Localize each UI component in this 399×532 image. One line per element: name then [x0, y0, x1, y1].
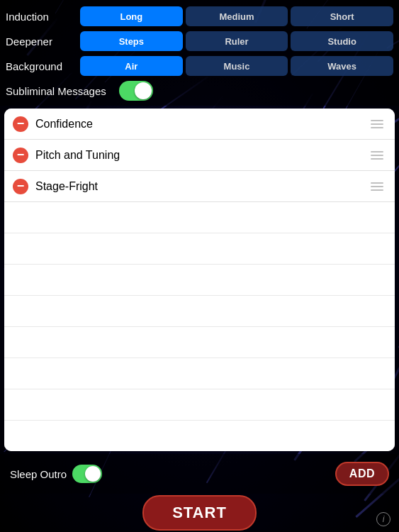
sleep-outro-label: Sleep Outro	[10, 468, 67, 480]
sleep-outro-toggle[interactable]	[72, 465, 102, 483]
background-row: Background Air Music Waves	[6, 55, 393, 77]
messages-list: Confidence Pitch and Tuning Stage-Fright	[4, 109, 395, 451]
bottom-bar: Sleep Outro ADD	[0, 454, 399, 494]
induction-segment-group: Long Medium Short	[80, 6, 393, 26]
background-segment-group: Air Music Waves	[80, 56, 393, 76]
induction-label: Induction	[6, 11, 80, 23]
remove-stagefright-btn[interactable]	[13, 179, 28, 194]
induction-short-btn[interactable]: Short	[291, 6, 393, 26]
confidence-text: Confidence	[35, 118, 368, 131]
induction-row: Induction Long Medium Short	[6, 6, 393, 27]
deepener-steps-btn[interactable]: Steps	[80, 31, 183, 51]
empty-row	[4, 265, 395, 296]
stagefright-text: Stage-Fright	[35, 180, 368, 193]
empty-row	[4, 358, 395, 389]
deepener-row: Deepener Steps Ruler Studio	[6, 31, 393, 52]
subliminal-label: Subliminal Messages	[6, 85, 119, 97]
empty-row	[4, 296, 395, 327]
remove-pitch-btn[interactable]	[13, 148, 28, 163]
background-air-btn[interactable]: Air	[80, 56, 183, 76]
empty-row	[4, 233, 395, 265]
pitch-text: Pitch and Tuning	[35, 149, 368, 162]
drag-handle-pitch[interactable]	[368, 148, 386, 162]
background-waves-btn[interactable]: Waves	[291, 56, 393, 76]
empty-row	[4, 389, 395, 421]
deepener-segment-group: Steps Ruler Studio	[80, 31, 393, 51]
deepener-ruler-btn[interactable]: Ruler	[186, 31, 288, 51]
sleep-outro-group: Sleep Outro	[10, 465, 102, 483]
empty-row	[4, 327, 395, 358]
drag-handle-confidence[interactable]	[368, 117, 386, 131]
empty-row	[4, 202, 395, 233]
drag-handle-stagefright[interactable]	[368, 179, 386, 194]
induction-medium-btn[interactable]: Medium	[186, 6, 288, 26]
main-content: Induction Long Medium Short Deepener Ste…	[0, 0, 399, 532]
subliminal-toggle[interactable]	[119, 81, 153, 101]
deepener-studio-btn[interactable]: Studio	[291, 31, 393, 51]
remove-confidence-btn[interactable]	[13, 116, 28, 132]
start-button[interactable]: START	[142, 495, 257, 531]
background-label: Background	[6, 60, 80, 72]
info-icon[interactable]: i	[376, 512, 390, 526]
list-item: Confidence	[4, 109, 395, 140]
induction-long-btn[interactable]: Long	[80, 6, 183, 26]
top-controls: Induction Long Medium Short Deepener Ste…	[0, 0, 399, 106]
add-button[interactable]: ADD	[335, 462, 389, 486]
list-item: Pitch and Tuning	[4, 140, 395, 171]
background-music-btn[interactable]: Music	[186, 56, 288, 76]
empty-row	[4, 421, 395, 451]
subliminal-row: Subliminal Messages	[6, 80, 393, 101]
start-area: START i	[0, 494, 399, 532]
list-item: Stage-Fright	[4, 171, 395, 202]
deepener-label: Deepener	[6, 35, 80, 48]
